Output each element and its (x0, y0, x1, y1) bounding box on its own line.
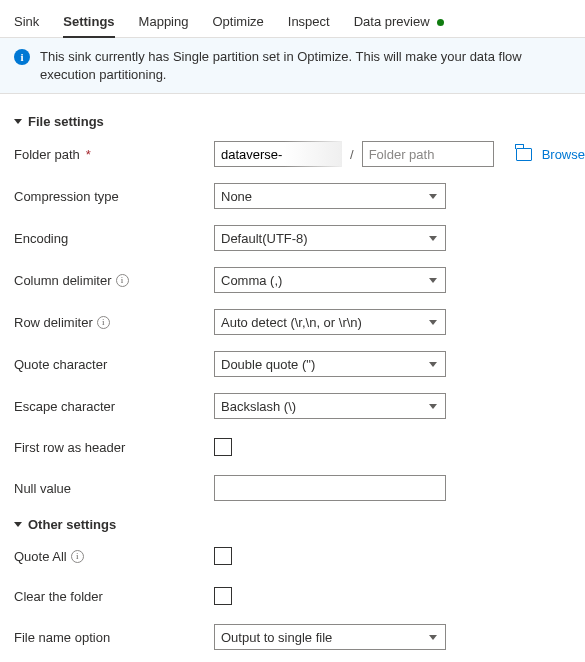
row-compression-type: Compression type None (14, 183, 571, 209)
section-file-settings-label: File settings (28, 114, 104, 129)
caret-down-icon (14, 522, 22, 527)
row-quote-character: Quote character Double quote (") (14, 351, 571, 377)
section-file-settings[interactable]: File settings (14, 114, 571, 129)
chevron-down-icon (429, 278, 437, 283)
file-name-option-select[interactable]: Output to single file (214, 624, 446, 650)
chevron-down-icon (429, 194, 437, 199)
info-banner-text: This sink currently has Single partition… (40, 48, 571, 83)
row-delimiter-value: Auto detect (\r,\n, or \r\n) (221, 315, 362, 330)
chevron-down-icon (429, 362, 437, 367)
folder-path-input-1[interactable] (214, 141, 342, 167)
label-column-delimiter: Column delimiter (14, 273, 112, 288)
status-dot-icon (437, 19, 444, 26)
path-separator: / (348, 147, 356, 162)
label-encoding: Encoding (14, 231, 68, 246)
file-name-option-value: Output to single file (221, 630, 332, 645)
clear-the-folder-checkbox[interactable] (214, 587, 232, 605)
help-icon[interactable]: i (116, 274, 129, 287)
row-row-delimiter: Row delimiter i Auto detect (\r,\n, or \… (14, 309, 571, 335)
encoding-value: Default(UTF-8) (221, 231, 308, 246)
tab-data-preview[interactable]: Data preview (354, 8, 445, 37)
escape-character-select[interactable]: Backslash (\) (214, 393, 446, 419)
tab-optimize[interactable]: Optimize (212, 8, 263, 37)
help-icon[interactable]: i (97, 316, 110, 329)
chevron-down-icon (429, 635, 437, 640)
folder-path-input-2[interactable] (362, 141, 494, 167)
caret-down-icon (14, 119, 22, 124)
chevron-down-icon (429, 320, 437, 325)
tab-data-preview-label: Data preview (354, 14, 430, 29)
section-other-settings-label: Other settings (28, 517, 116, 532)
section-other-settings[interactable]: Other settings (14, 517, 571, 532)
column-delimiter-value: Comma (,) (221, 273, 282, 288)
info-banner: i This sink currently has Single partiti… (0, 38, 585, 94)
compression-type-select[interactable]: None (214, 183, 446, 209)
row-column-delimiter: Column delimiter i Comma (,) (14, 267, 571, 293)
chevron-down-icon (429, 236, 437, 241)
row-escape-character: Escape character Backslash (\) (14, 393, 571, 419)
row-delimiter-select[interactable]: Auto detect (\r,\n, or \r\n) (214, 309, 446, 335)
label-row-delimiter: Row delimiter (14, 315, 93, 330)
quote-character-value: Double quote (") (221, 357, 315, 372)
row-folder-path: Folder path * / Browse (14, 141, 571, 167)
label-escape-character: Escape character (14, 399, 115, 414)
tab-bar: Sink Settings Mapping Optimize Inspect D… (0, 0, 585, 38)
required-marker: * (86, 147, 91, 162)
browse-link[interactable]: Browse (542, 147, 585, 162)
tab-inspect[interactable]: Inspect (288, 8, 330, 37)
label-quote-character: Quote character (14, 357, 107, 372)
quote-all-checkbox[interactable] (214, 547, 232, 565)
label-compression-type: Compression type (14, 189, 119, 204)
label-quote-all: Quote All (14, 549, 67, 564)
label-file-name-option: File name option (14, 630, 110, 645)
help-icon[interactable]: i (71, 550, 84, 563)
compression-type-value: None (221, 189, 252, 204)
label-clear-the-folder: Clear the folder (14, 589, 103, 604)
row-encoding: Encoding Default(UTF-8) (14, 225, 571, 251)
row-first-row-as-header: First row as header (14, 435, 571, 459)
null-value-input[interactable] (214, 475, 446, 501)
column-delimiter-select[interactable]: Comma (,) (214, 267, 446, 293)
info-icon: i (14, 49, 30, 65)
quote-character-select[interactable]: Double quote (") (214, 351, 446, 377)
tab-mapping[interactable]: Mapping (139, 8, 189, 37)
encoding-select[interactable]: Default(UTF-8) (214, 225, 446, 251)
folder-icon (516, 148, 532, 161)
label-first-row-as-header: First row as header (14, 440, 125, 455)
first-row-as-header-checkbox[interactable] (214, 438, 232, 456)
tab-settings[interactable]: Settings (63, 8, 114, 37)
row-null-value: Null value (14, 475, 571, 501)
label-folder-path: Folder path (14, 147, 80, 162)
escape-character-value: Backslash (\) (221, 399, 296, 414)
row-quote-all: Quote All i (14, 544, 571, 568)
tab-sink[interactable]: Sink (14, 8, 39, 37)
settings-content: File settings Folder path * / Browse Com… (0, 94, 585, 662)
row-file-name-option: File name option Output to single file (14, 624, 571, 650)
chevron-down-icon (429, 404, 437, 409)
row-clear-the-folder: Clear the folder (14, 584, 571, 608)
label-null-value: Null value (14, 481, 71, 496)
